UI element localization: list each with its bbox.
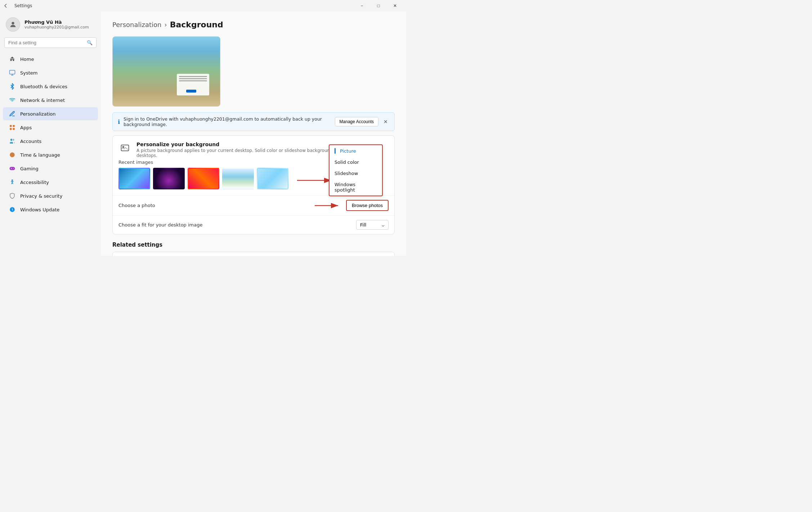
thumbnail-5[interactable] [257, 168, 288, 189]
banner-close-button[interactable]: ✕ [382, 118, 389, 125]
time-icon [9, 151, 16, 158]
svg-rect-4 [10, 128, 12, 130]
search-icon: 🔍 [87, 40, 93, 45]
svg-rect-1 [10, 70, 15, 74]
breadcrumb-separator: › [164, 21, 167, 28]
svg-point-0 [12, 22, 14, 24]
sidebar-item-windows-update[interactable]: Windows Update [3, 203, 98, 216]
sidebar-item-time-label: Time & language [20, 152, 60, 158]
user-name: Phương Vũ Hà [24, 19, 89, 25]
sidebar-item-apps-label: Apps [20, 125, 32, 130]
breadcrumb-parent[interactable]: Personalization [112, 21, 161, 28]
thumbnail-4[interactable] [222, 168, 254, 189]
dropdown-item-solid[interactable]: Solid color [329, 157, 382, 168]
solid-option-label: Solid color [335, 160, 359, 165]
sidebar-item-personalization-label: Personalization [20, 111, 56, 117]
breadcrumb-current: Background [170, 20, 223, 29]
thumbnail-3[interactable] [188, 168, 219, 189]
chevron-down-icon: ⌵ [382, 222, 385, 228]
preview-line-3 [179, 80, 207, 81]
minimize-button[interactable]: − [354, 0, 370, 12]
preview-inner [113, 37, 220, 106]
preview-line-2 [179, 78, 207, 79]
sidebar-item-accounts-label: Accounts [20, 139, 41, 144]
sidebar-item-network-label: Network & internet [20, 98, 65, 103]
browse-photos-button[interactable]: Browse photos [346, 200, 389, 211]
sidebar-item-apps[interactable]: Apps [3, 121, 98, 134]
sidebar-item-accessibility-label: Accessibility [20, 180, 49, 185]
avatar [6, 17, 20, 32]
related-settings-card[interactable]: Contrast themes Color themes for low vis… [112, 252, 395, 256]
sidebar-item-home-label: Home [20, 57, 34, 62]
sidebar-item-system[interactable]: System [3, 66, 98, 79]
privacy-icon [9, 192, 16, 199]
main-content: Personalization › Background ℹ Sign in t… [101, 12, 406, 256]
user-profile[interactable]: Phương Vũ Hà vuhaphuonghy2201@gmail.com [0, 12, 101, 36]
manage-accounts-button[interactable]: Manage Accounts [335, 117, 378, 126]
sidebar-item-system-label: System [20, 70, 37, 76]
svg-point-9 [12, 180, 13, 181]
bluetooth-icon [9, 83, 16, 90]
onedrive-banner: ℹ Sign in to OneDrive with vuhaphuonghy2… [112, 112, 395, 131]
sidebar-item-bluetooth-label: Bluetooth & devices [20, 84, 67, 89]
sidebar-item-network[interactable]: Network & internet [3, 94, 98, 107]
search-input[interactable] [8, 40, 84, 45]
svg-rect-2 [10, 125, 12, 127]
picture-option-label: Picture [340, 148, 356, 154]
choose-photo-label: Choose a photo [118, 203, 155, 208]
personalization-icon [9, 110, 16, 117]
titlebar-title: Settings [14, 3, 32, 8]
preview-line-1 [179, 76, 207, 77]
dropdown-item-picture[interactable]: Picture [329, 145, 382, 157]
svg-rect-3 [13, 125, 15, 127]
bg-type-dropdown: Picture Solid color Slideshow Windows sp… [329, 144, 383, 196]
fit-value: Fill [360, 222, 366, 228]
sidebar-item-accessibility[interactable]: Accessibility [3, 176, 98, 189]
sidebar-item-privacy[interactable]: Privacy & security [3, 189, 98, 202]
system-icon [9, 69, 16, 76]
maximize-button[interactable]: □ [370, 0, 387, 12]
apps-icon [9, 124, 16, 131]
sidebar-item-accounts[interactable]: Accounts [3, 135, 98, 148]
sidebar-item-personalization[interactable]: Personalization [3, 107, 98, 120]
svg-rect-8 [10, 167, 15, 170]
home-icon [9, 55, 16, 63]
thumbnail-2[interactable] [153, 168, 185, 189]
arrow-annotation-2 [313, 201, 342, 210]
network-icon [9, 96, 16, 104]
close-button[interactable]: ✕ [387, 0, 403, 12]
sidebar-item-time[interactable]: Time & language [3, 148, 98, 161]
sidebar-item-gaming[interactable]: Gaming [3, 162, 98, 175]
thumbnail-1[interactable] [118, 168, 150, 189]
dropdown-item-spotlight[interactable]: Windows spotlight [329, 179, 382, 196]
slideshow-option-label: Slideshow [335, 171, 358, 176]
sidebar-item-update-label: Windows Update [20, 207, 59, 212]
sidebar-item-bluetooth[interactable]: Bluetooth & devices [3, 80, 98, 93]
preview-window [177, 74, 209, 95]
fit-dropdown[interactable]: Fill ⌵ [356, 220, 389, 230]
card-header: Personalize your background A picture ba… [113, 136, 394, 158]
accessibility-icon [9, 179, 16, 186]
fit-label: Choose a fit for your desktop image [118, 222, 203, 228]
sidebar-item-privacy-label: Privacy & security [20, 193, 62, 199]
back-icon[interactable] [3, 3, 9, 9]
spotlight-option-label: Windows spotlight [335, 182, 377, 193]
gaming-icon [9, 165, 16, 172]
dropdown-item-slideshow[interactable]: Slideshow [329, 168, 382, 179]
user-email: vuhaphuonghy2201@gmail.com [24, 25, 89, 30]
personalize-card: Personalize your background A picture ba… [112, 135, 395, 234]
desktop-preview [112, 36, 220, 107]
user-info: Phương Vũ Hà vuhaphuonghy2201@gmail.com [24, 19, 89, 30]
personalize-icon [118, 142, 131, 155]
svg-rect-5 [13, 128, 15, 130]
svg-point-6 [10, 139, 13, 141]
choose-photo-row: Choose a photo Browse photos [113, 195, 394, 215]
search-box[interactable]: 🔍 [4, 37, 97, 48]
app-body: Phương Vũ Hà vuhaphuonghy2201@gmail.com … [0, 12, 406, 256]
info-icon: ℹ [118, 118, 120, 125]
banner-text: Sign in to OneDrive with vuhaphuonghy220… [124, 116, 331, 127]
fit-row: Choose a fit for your desktop image Fill… [113, 215, 394, 234]
sidebar-item-home[interactable]: Home [3, 53, 98, 66]
breadcrumb: Personalization › Background [112, 20, 395, 29]
update-icon [9, 206, 16, 213]
